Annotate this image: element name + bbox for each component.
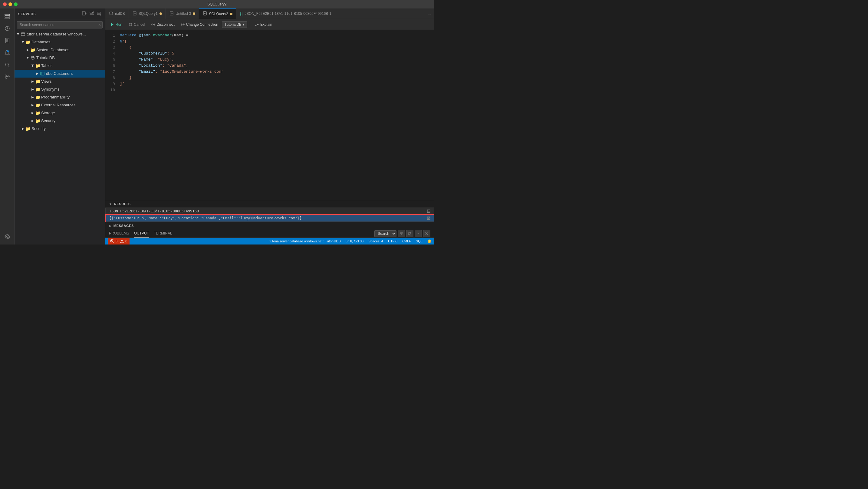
- messages-title: MESSAGES: [114, 224, 134, 228]
- tab-output[interactable]: OUTPUT: [134, 229, 149, 237]
- search-dropdown[interactable]: Search: [374, 230, 397, 237]
- code-line-7: "Email": "lucy0@adventure-works.com": [120, 69, 434, 75]
- svg-rect-27: [21, 33, 25, 34]
- connection-dropdown[interactable]: TutorialDB ▾: [222, 21, 247, 28]
- code-editor[interactable]: 1 2 3 4 5 6 7 8 9 10 declare @json nvarc…: [105, 30, 434, 200]
- bottom-search-icons: [398, 230, 430, 237]
- folder-synonyms-icon: 📁: [35, 87, 40, 92]
- tab-untitled3-dirty: [193, 12, 195, 15]
- tabs-overflow[interactable]: ···: [425, 8, 434, 19]
- table-row[interactable]: [{"CustomerID":5,"Name":"Lucy","Location…: [105, 215, 434, 222]
- cursor-position: Ln 6, Col 30: [346, 239, 364, 243]
- svg-point-13: [5, 75, 6, 76]
- sidebar-icon-servers[interactable]: [2, 11, 13, 22]
- tree-item-views[interactable]: ▶ 📁 Views: [14, 78, 105, 85]
- tab-sqlquery2[interactable]: SQL SQLQuery2: [199, 8, 236, 19]
- close-button[interactable]: [3, 2, 7, 6]
- error-count[interactable]: 3 0: [108, 238, 129, 244]
- new-query-icon[interactable]: [82, 11, 87, 17]
- results-table[interactable]: JSON_F52E2B61-18A1-11d1-B105-00805F49916…: [105, 207, 434, 222]
- results-icon-2[interactable]: ⊠: [427, 215, 433, 221]
- views-label: Views: [41, 78, 52, 85]
- security-server-label: Security: [31, 125, 46, 132]
- tab-problems[interactable]: PROBLEMS: [109, 229, 129, 237]
- tab-sqlquery2-label: SQLQuery2: [209, 12, 228, 16]
- databases-label: Databases: [31, 39, 50, 46]
- filter-icon[interactable]: [398, 230, 405, 237]
- tree-item-storage[interactable]: ▶ 📁 Storage: [14, 109, 105, 117]
- synonyms-label: Synonyms: [41, 86, 60, 93]
- close-panel-icon[interactable]: [423, 230, 430, 237]
- disconnect-label: Disconnect: [156, 22, 174, 27]
- tree-item-tutorialdb[interactable]: ▶ TutorialDB: [14, 54, 105, 62]
- svg-rect-31: [40, 72, 44, 75]
- tree-item-tables[interactable]: ▶ 📁 Tables: [14, 62, 105, 70]
- tab-json[interactable]: {} JSON_F52E2B61-18A1-11d1-B105-00805F49…: [236, 8, 335, 19]
- tree-arrow-databases: ▶: [21, 40, 25, 45]
- smiley-icon: 😊: [427, 239, 432, 243]
- bottom-search-container: Search: [374, 230, 430, 237]
- tree-arrow-storage: ▶: [30, 111, 35, 115]
- sidebar-icon-notifications[interactable]: 3: [2, 47, 13, 58]
- messages-header[interactable]: ▶ MESSAGES: [105, 222, 434, 229]
- results-header[interactable]: ▼ RESULTS: [105, 200, 434, 207]
- tree-item-databases[interactable]: ▶ 📁 Databases: [14, 38, 105, 46]
- tree-item-programmability[interactable]: ▶ 📁 Programmability: [14, 93, 105, 101]
- copy-icon[interactable]: [406, 230, 413, 237]
- add-connection-icon[interactable]: [97, 11, 101, 17]
- search-input[interactable]: [17, 21, 102, 28]
- server-label: tutorialserver.database.windows...: [27, 31, 86, 37]
- run-button[interactable]: Run: [108, 22, 125, 28]
- security-db-label: Security: [41, 118, 55, 124]
- tab-untitled3[interactable]: SQL Untitled-3: [166, 8, 199, 19]
- sidebar-icon-query[interactable]: [2, 35, 13, 46]
- results-cell-1: [{"CustomerID":5,"Name":"Lucy","Location…: [105, 215, 434, 222]
- scroll-up-icon[interactable]: [415, 230, 422, 237]
- connection-info: tutorialserver.database.windows.net : Tu…: [269, 239, 340, 243]
- tab-sqlquery1-dirty: [159, 12, 162, 15]
- tree-item-system-databases[interactable]: ▶ 📁 System Databases: [14, 46, 105, 54]
- svg-rect-23: [97, 12, 101, 13]
- dropdown-chevron-icon: ▾: [243, 22, 245, 27]
- language-mode: SQL: [416, 239, 423, 243]
- sidebar-header: SERVERS: [14, 8, 105, 19]
- folder-storage-icon: 📁: [35, 111, 40, 115]
- tree-item-synonyms[interactable]: ▶ 📁 Synonyms: [14, 85, 105, 93]
- search-clear-icon[interactable]: ×: [98, 22, 101, 27]
- code-line-4: "CustomerID": 5,: [120, 51, 434, 57]
- svg-text:SQL: SQL: [170, 12, 174, 14]
- svg-rect-0: [5, 14, 10, 16]
- tree-item-external-resources[interactable]: ▶ 📁 External Resources: [14, 101, 105, 109]
- minimize-button[interactable]: [8, 2, 12, 6]
- results-icon-1[interactable]: ⊟: [427, 208, 433, 214]
- sidebar-icon-git[interactable]: [2, 71, 13, 82]
- maximize-button[interactable]: [14, 2, 18, 6]
- sidebar-header-icons: [82, 11, 101, 17]
- settings-icon[interactable]: [2, 231, 13, 242]
- tree-item-security-db[interactable]: ▶ 📁 Security: [14, 117, 105, 125]
- cancel-button[interactable]: Cancel: [126, 22, 147, 28]
- svg-point-46: [181, 23, 184, 26]
- folder-programmability-icon: 📁: [35, 95, 40, 100]
- disconnect-server-icon[interactable]: [89, 11, 94, 17]
- code-content[interactable]: declare @json nvarchar(max) = N'[ { "Cus…: [117, 30, 434, 200]
- results-action-icons: ⊟ ⊠ ⊞ 📊: [427, 208, 433, 222]
- explain-button[interactable]: Explain: [252, 22, 275, 28]
- tab-terminal[interactable]: TERMINAL: [154, 229, 172, 237]
- svg-rect-28: [21, 34, 25, 35]
- tree-item-dbo-customers[interactable]: ▶ dbo.Customers: [14, 70, 105, 78]
- folder-views-icon: 📁: [35, 79, 40, 84]
- tab-sqlquery1[interactable]: SQL SQLQuery1: [129, 8, 166, 19]
- svg-text:SQL: SQL: [204, 12, 207, 14]
- disconnect-button[interactable]: Disconnect: [149, 22, 177, 28]
- sidebar-icon-search[interactable]: [2, 59, 13, 70]
- tree-item-server[interactable]: ▶ tutorialserver.database.windows...: [14, 30, 105, 38]
- results-data-table: JSON_F52E2B61-18A1-11d1-B105-00805F49916…: [105, 207, 434, 222]
- table-icon: [40, 71, 45, 76]
- tab-rialdb[interactable]: rialDB: [105, 8, 129, 19]
- change-connection-button[interactable]: Change Connection: [178, 22, 221, 28]
- tree-item-security-server[interactable]: ▶ 📁 Security: [14, 125, 105, 133]
- tree-arrow-external: ▶: [30, 103, 35, 108]
- tab-rialdb-label: rialDB: [115, 11, 125, 16]
- sidebar-icon-history[interactable]: [2, 23, 13, 34]
